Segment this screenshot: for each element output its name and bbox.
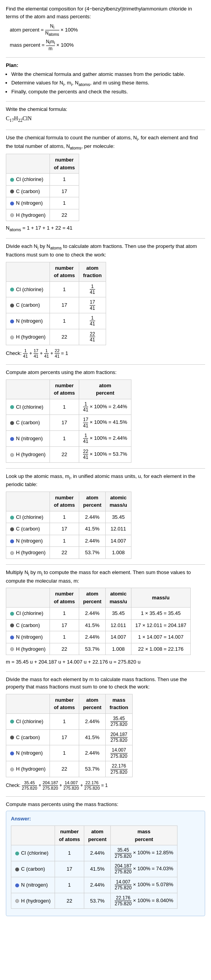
c-apct-4: 41.5% [79,523,106,535]
col-apct-4: atompercent [79,492,106,511]
mass-frac-table: numberof atoms atompercent massfraction … [6,694,133,777]
dot-cl-7 [15,852,19,855]
dot-cl-5 [10,612,14,616]
cl-mpct: 35.45275.820 × 100% = 12.85% [111,845,177,861]
element-cl-6: Cl (chlorine) [6,713,50,729]
molecular-mass-section: Multiply Ni by mi to compute the mass fo… [6,569,205,666]
dot-h-5 [10,647,14,651]
cl-apct-6: 2.44% [79,713,106,729]
dot-c-4 [10,527,14,531]
c-atoms: 17 [50,185,79,197]
formula-label: Write the chemical formula: [6,105,205,113]
cl-atoms-2: 1 [50,281,79,297]
table-row: N (nitrogen) 1 [6,197,79,209]
dot-c [10,190,14,193]
c-atoms-7: 17 [55,861,84,877]
c-frac: 1741 [79,297,106,313]
element-h-4: H (hydrogen) [6,547,50,559]
cl-frac: 141 [79,281,106,297]
cl-amass: 35.45 [106,511,131,523]
c-atoms-2: 17 [50,297,79,313]
cl-mfrac: 35.45275.820 [106,713,133,729]
col-apct-7: atompercent [84,826,111,845]
table-row: N (nitrogen) 1 2.44% 14.007 [6,535,131,547]
dot-h-4 [10,551,14,555]
n-atoms-7: 1 [55,877,84,893]
table-row: Cl (chlorine) 1 2.44% 35.45 1 × 35.45 = … [6,608,191,620]
natoms-total: Natoms = 1 + 17 + 1 + 22 = 41 [6,224,205,233]
c-mfrac: 204.187275.820 [106,729,133,745]
n-apct-7: 2.44% [84,877,111,893]
element-c: C (carbon) [6,185,50,197]
frac-check: Check: 141 + 1741 + 141 + 2241 = 1 [6,348,205,359]
dot-h [10,213,14,217]
c-atoms-6: 17 [50,729,79,745]
h-frac: 2241 [79,329,106,345]
n-atoms-5: 1 [50,631,79,643]
dot-n-2 [10,320,14,323]
dot-n [10,202,14,205]
plan-list: Write the chemical formula and gather at… [11,70,205,96]
n-frac: 141 [79,313,106,329]
table-row: Cl (chlorine) 1 2.44% 35.45275.820 [6,713,133,729]
col-element-2 [6,262,50,281]
c-amass-5: 12.011 [106,619,131,631]
mfrac-check: Check: 35.45275.820 + 204.187275.820 + 1… [6,780,205,791]
cl-apct-5: 2.44% [79,608,106,620]
count-section: Use the chemical formula to count the nu… [6,134,205,233]
h-mass-calc: 22 × 1.008 = 22.176 [131,643,190,655]
cl-amass-5: 35.45 [106,608,131,620]
element-c-4: C (carbon) [6,523,50,535]
dot-n-5 [10,636,14,639]
h-mfrac: 22.176275.820 [106,761,133,777]
h-apct-7: 53.7% [84,893,111,909]
h-apct: 2241 × 100% = 53.7% [79,446,131,462]
n-apct-5: 2.44% [79,631,106,643]
dot-h-3 [10,453,14,457]
n-mass-calc: 1 × 14.007 = 14.007 [131,631,190,643]
col-element-6 [6,694,50,713]
plan-step-2: Determine values for Ni, mi, Natoms, and… [11,79,205,88]
col-mass-5: mass/u [131,588,190,608]
table-row: H (hydrogen) 22 53.7% 1.008 [6,547,131,559]
h-atoms-3: 22 [50,446,79,462]
table-row: C (carbon) 17 41.5% 12.011 [6,523,131,535]
plan-step-3: Finally, compute the percents and check … [11,88,205,96]
answer-intro: Compute mass percents using the mass fra… [6,801,205,808]
element-cl-3: Cl (chlorine) [6,399,50,415]
n-apct: 141 × 100% = 2.44% [79,431,131,447]
dot-n-4 [10,539,14,543]
col-mpct-7: masspercent [111,826,177,845]
h-apct-5: 53.7% [79,643,106,655]
dot-c-3 [10,421,14,425]
element-n-3: N (nitrogen) [6,431,50,447]
col-element-3 [6,379,50,399]
col-atoms-1: numberof atoms [50,154,79,174]
c-atoms-3: 17 [50,415,79,431]
h-atoms-6: 22 [50,761,79,777]
table-row: C (carbon) 17 41.5% 204.187275.820 × 100… [11,861,177,877]
n-mpct: 14.007275.820 × 100% = 5.078% [111,877,177,893]
atom-percent-intro: Compute atom percents using the atom fra… [6,369,205,376]
h-atoms: 22 [50,209,79,221]
col-mfrac-6: massfraction [106,694,133,713]
element-h-5: H (hydrogen) [6,643,50,655]
element-cl-4: Cl (chlorine) [6,511,50,523]
h-amass: 1.008 [106,547,131,559]
col-apct-5: atompercent [79,588,106,608]
element-cl-2: Cl (chlorine) [6,281,50,297]
n-amass-5: 14.007 [106,631,131,643]
col-atoms-2: numberof atoms [50,262,79,281]
h-atoms-4: 22 [50,547,79,559]
element-c-6: C (carbon) [6,729,50,745]
element-h-3: H (hydrogen) [6,446,50,462]
table-row: H (hydrogen) 22 2241 [6,329,106,345]
chemical-formula: C17H22ClN [6,114,205,124]
table-row: H (hydrogen) 22 53.7% 1.008 22 × 1.008 =… [6,643,191,655]
h-atoms-7: 22 [55,893,84,909]
cl-apct-4: 2.44% [79,511,106,523]
col-element-1 [6,154,50,174]
col-apct-3: atompercent [79,379,131,399]
element-h-2: H (hydrogen) [6,329,50,345]
answer-label: Answer: [11,815,200,823]
